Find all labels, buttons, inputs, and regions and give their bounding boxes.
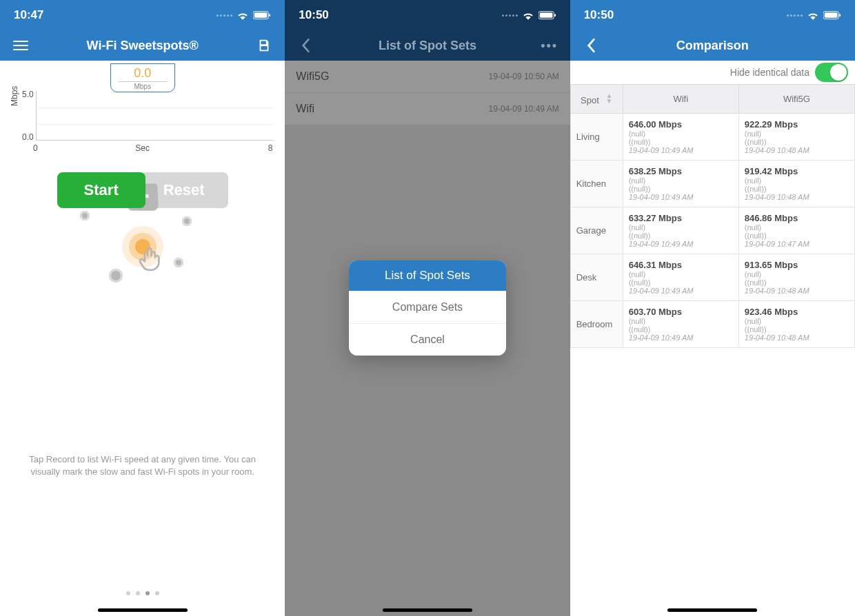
cell-null: ((null)) (629, 185, 733, 193)
screen-comparison: 10:50 Comparison Hide identical data Spo… (570, 0, 855, 616)
data-cell-a: 633.27 Mbps(null)((null))19-04-09 10:49 … (623, 207, 738, 254)
cell-timestamp: 19-04-09 10:48 AM (745, 287, 849, 295)
chevron-left-icon (586, 38, 596, 53)
cell-null: ((null)) (629, 325, 733, 333)
clock: 10:47 (14, 8, 43, 22)
cell-null: (null) (745, 130, 849, 138)
home-indicator[interactable] (98, 608, 188, 612)
cell-timestamp: 19-04-09 10:48 AM (745, 333, 849, 342)
svg-rect-8 (839, 14, 841, 17)
svg-rect-1 (254, 12, 268, 17)
cell-null: (null) (745, 176, 849, 185)
spot-dot-icon (80, 211, 90, 220)
cell-timestamp: 19-04-09 10:48 AM (745, 193, 849, 201)
x-axis-label: Sec (135, 143, 150, 153)
clock: 10:50 (584, 8, 614, 22)
hide-identical-row: Hide identical data (570, 61, 855, 84)
svg-rect-7 (825, 12, 838, 17)
action-sheet: List of Spot Sets Compare Sets Cancel (349, 260, 506, 356)
status-bar: 10:50 (570, 0, 855, 30)
cell-null: ((null)) (745, 325, 849, 333)
page-dot (136, 591, 140, 595)
cell-null: (null) (629, 223, 733, 232)
cell-null: (null) (745, 270, 849, 278)
cell-dots-icon (217, 14, 232, 17)
hide-identical-toggle[interactable] (815, 63, 848, 82)
x-tick-min: 0 (33, 143, 38, 153)
page-title: Wi-Fi Sweetspots® (32, 39, 253, 53)
data-cell-b: 922.29 Mbps(null)((null))19-04-09 10:48 … (738, 114, 854, 161)
cancel-button[interactable]: Cancel (349, 323, 506, 356)
page-dot (145, 591, 150, 595)
chart-grid (36, 91, 274, 141)
home-indicator[interactable] (667, 608, 757, 612)
spot-dot-icon (174, 258, 183, 267)
screen-spot-sets: 10:50 List of Spot Sets ••• Wifi5G 19-04… (285, 0, 570, 616)
start-button[interactable]: Start (57, 172, 145, 208)
cell-null: ((null)) (629, 232, 733, 240)
page-indicator[interactable] (0, 591, 285, 595)
cell-timestamp: 19-04-09 10:48 AM (745, 146, 849, 154)
column-header-a[interactable]: Wifi (623, 85, 738, 114)
column-label: Spot (581, 95, 599, 105)
data-cell-a: 603.70 Mbps(null)((null))19-04-09 10:49 … (623, 301, 738, 348)
wifi-icon (237, 10, 249, 20)
data-cell-b: 913.65 Mbps(null)((null))19-04-09 10:48 … (738, 254, 854, 301)
home-indicator[interactable] (383, 608, 472, 612)
cell-null: ((null)) (745, 185, 849, 193)
cell-timestamp: 19-04-09 10:49 AM (629, 287, 733, 295)
cell-speed: 913.65 Mbps (745, 260, 849, 270)
cell-null: (null) (745, 317, 849, 325)
y-axis-label: Mbps (10, 86, 19, 106)
modal-overlay[interactable]: List of Spot Sets Compare Sets Cancel (285, 0, 570, 616)
spot-cell: Bedroom (570, 301, 623, 348)
column-label: Wifi5G (783, 94, 810, 104)
spot-cell: Garage (570, 207, 623, 254)
cell-speed: 638.25 Mbps (629, 166, 733, 176)
x-tick-max: 8 (268, 143, 273, 153)
table-row: Living646.00 Mbps(null)((null))19-04-09 … (570, 114, 854, 161)
y-tick-max: 5.0 (22, 90, 34, 99)
data-cell-a: 646.00 Mbps(null)((null))19-04-09 10:49 … (623, 114, 738, 161)
cell-null: ((null)) (629, 138, 733, 146)
spot-dot-icon (109, 269, 123, 283)
button-row: Start Reset (6, 172, 279, 208)
column-header-b[interactable]: Wifi5G (738, 85, 854, 114)
data-cell-a: 646.31 Mbps(null)((null))19-04-09 10:49 … (623, 254, 738, 301)
table-row: Kitchen638.25 Mbps(null)((null))19-04-09… (570, 161, 854, 207)
nav-bar: Wi-Fi Sweetspots® (0, 30, 285, 61)
status-bar: 10:47 (0, 0, 285, 30)
status-icons (217, 10, 271, 20)
cell-null: ((null)) (629, 278, 733, 287)
data-cell-a: 638.25 Mbps(null)((null))19-04-09 10:49 … (623, 161, 738, 207)
column-header-spot[interactable]: Spot ▲▼ (570, 85, 623, 114)
cell-timestamp: 19-04-09 10:49 AM (629, 333, 733, 342)
cell-dots-icon (787, 14, 803, 17)
spot-cell: Desk (570, 254, 623, 301)
cell-null: ((null)) (745, 278, 849, 287)
compare-sets-button[interactable]: Compare Sets (349, 291, 506, 323)
menu-button[interactable] (10, 38, 32, 53)
cell-speed: 633.27 Mbps (629, 213, 733, 223)
save-icon (256, 38, 272, 53)
cell-speed: 646.31 Mbps (629, 260, 733, 270)
cell-speed: 919.42 Mbps (745, 166, 849, 176)
back-button[interactable] (580, 38, 602, 53)
save-button[interactable] (253, 38, 275, 53)
speed-badge: 0.0 Mbps (110, 63, 175, 92)
data-cell-b: 846.86 Mbps(null)((null))19-04-09 10:47 … (738, 207, 854, 254)
spot-dot-icon (182, 216, 192, 226)
cell-timestamp: 19-04-09 10:47 AM (745, 240, 849, 248)
hide-identical-label: Hide identical data (730, 67, 809, 78)
sort-icon: ▲▼ (605, 93, 612, 104)
cell-speed: 646.00 Mbps (629, 119, 733, 130)
table-row: Desk646.31 Mbps(null)((null))19-04-09 10… (570, 254, 854, 301)
page-dot (126, 591, 130, 595)
cell-null: (null) (629, 317, 733, 325)
speed-unit: Mbps (118, 81, 168, 90)
data-cell-b: 923.46 Mbps(null)((null))19-04-09 10:48 … (738, 301, 854, 348)
cell-speed: 846.86 Mbps (745, 213, 849, 223)
hint-text: Tap Record to list Wi-Fi speed at any gi… (6, 453, 279, 478)
tap-hand-icon (139, 245, 162, 278)
hamburger-icon (13, 38, 28, 53)
